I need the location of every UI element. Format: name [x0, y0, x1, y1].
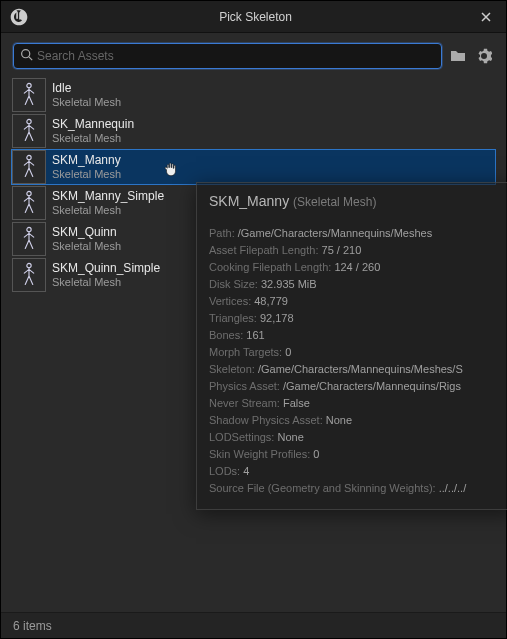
tooltip-value: 92,178: [260, 312, 294, 324]
item-text: SKM_Quinn Skeletal Mesh: [52, 225, 121, 254]
tooltip-row: Cooking Filepath Length: 124 / 260: [209, 259, 503, 276]
tooltip-value: False: [283, 397, 310, 409]
item-text: SKM_Quinn_Simple Skeletal Mesh: [52, 261, 160, 290]
search-icon: [20, 48, 33, 64]
asset-name: SKM_Manny_Simple: [52, 189, 164, 204]
tooltip-value: 75 / 210: [322, 244, 362, 256]
item-text: SKM_Manny_Simple Skeletal Mesh: [52, 189, 164, 218]
tooltip-value: 32.935 MiB: [261, 278, 317, 290]
tooltip-row: LODs: 4: [209, 463, 503, 480]
tooltip-row: Skin Weight Profiles: 0: [209, 446, 503, 463]
tooltip-value: /Game/Characters/Mannequins/Rigs: [283, 380, 461, 392]
tooltip-value: 48,779: [254, 295, 288, 307]
tooltip-row: Bones: 161: [209, 327, 503, 344]
tooltip-value: None: [326, 414, 352, 426]
tooltip-value: 124 / 260: [334, 261, 380, 273]
tooltip-value: 161: [246, 329, 264, 341]
tooltip-key: Shadow Physics Asset:: [209, 414, 323, 426]
tooltip-row: Morph Targets: 0: [209, 344, 503, 361]
tooltip-asset-type: (Skeletal Mesh): [293, 195, 376, 209]
folder-icon: [450, 49, 466, 63]
tooltip-key: Bones:: [209, 329, 243, 341]
asset-type: Skeletal Mesh: [52, 276, 160, 290]
list-item[interactable]: SKM_Manny Skeletal Mesh: [11, 149, 496, 185]
asset-thumbnail: [12, 114, 46, 148]
tooltip-key: Morph Targets:: [209, 346, 282, 358]
asset-type: Skeletal Mesh: [52, 168, 121, 182]
search-field-wrap[interactable]: [13, 43, 442, 69]
tooltip-row: Asset Filepath Length: 75 / 210: [209, 242, 503, 259]
tooltip-row: Vertices: 48,779: [209, 293, 503, 310]
titlebar: Pick Skeleton: [1, 1, 506, 33]
close-icon: [480, 11, 492, 23]
asset-tooltip: SKM_Manny (Skeletal Mesh) Path: /Game/Ch…: [196, 182, 507, 510]
tooltip-asset-name: SKM_Manny: [209, 193, 289, 209]
search-row: [1, 33, 506, 77]
asset-thumbnail: [12, 78, 46, 112]
tooltip-value: /Game/Characters/Mannequins/Meshes: [238, 227, 432, 239]
tooltip-rows: Path: /Game/Characters/Mannequins/Meshes…: [209, 225, 503, 497]
asset-thumbnail: [12, 150, 46, 184]
asset-name: SK_Mannequin: [52, 117, 134, 132]
tooltip-key: Disk Size:: [209, 278, 258, 290]
tooltip-value: ../../../: [439, 482, 467, 494]
item-text: SKM_Manny Skeletal Mesh: [52, 153, 121, 182]
asset-type: Skeletal Mesh: [52, 240, 121, 254]
tooltip-row: LODSettings: None: [209, 429, 503, 446]
search-input[interactable]: [37, 49, 435, 63]
tooltip-key: Asset Filepath Length:: [209, 244, 318, 256]
item-text: SK_Mannequin Skeletal Mesh: [52, 117, 134, 146]
tooltip-key: LODSettings:: [209, 431, 274, 443]
tooltip-key: Skeleton:: [209, 363, 255, 375]
list-item[interactable]: SK_Mannequin Skeletal Mesh: [11, 113, 496, 149]
asset-name: SKM_Manny: [52, 153, 121, 168]
tooltip-row: Source File (Geometry and Skinning Weigh…: [209, 480, 503, 497]
tooltip-key: Source File (Geometry and Skinning Weigh…: [209, 482, 436, 494]
unreal-logo-icon: [9, 7, 29, 27]
tooltip-row: Disk Size: 32.935 MiB: [209, 276, 503, 293]
tooltip-row: Physics Asset: /Game/Characters/Mannequi…: [209, 378, 503, 395]
asset-type: Skeletal Mesh: [52, 204, 164, 218]
gear-icon: [476, 48, 492, 64]
tooltip-row: Triangles: 92,178: [209, 310, 503, 327]
close-button[interactable]: [474, 5, 498, 29]
list-item[interactable]: Idle Skeletal Mesh: [11, 77, 496, 113]
footer: 6 items: [1, 612, 506, 638]
tooltip-key: Path:: [209, 227, 235, 239]
settings-button[interactable]: [474, 46, 494, 66]
asset-name: SKM_Quinn_Simple: [52, 261, 160, 276]
tooltip-row: Never Stream: False: [209, 395, 503, 412]
tooltip-value: None: [277, 431, 303, 443]
tooltip-value: 0: [285, 346, 291, 358]
asset-name: Idle: [52, 81, 121, 96]
tooltip-row: Skeleton: /Game/Characters/Mannequins/Me…: [209, 361, 503, 378]
asset-thumbnail: [12, 222, 46, 256]
tooltip-key: Triangles:: [209, 312, 257, 324]
tooltip-key: LODs:: [209, 465, 240, 477]
asset-type: Skeletal Mesh: [52, 132, 134, 146]
asset-thumbnail: [12, 186, 46, 220]
asset-thumbnail: [12, 258, 46, 292]
tooltip-key: Skin Weight Profiles:: [209, 448, 310, 460]
asset-name: SKM_Quinn: [52, 225, 121, 240]
tooltip-key: Cooking Filepath Length:: [209, 261, 331, 273]
item-count-label: 6 items: [13, 619, 52, 633]
tooltip-key: Physics Asset:: [209, 380, 280, 392]
tooltip-value: 0: [313, 448, 319, 460]
tooltip-value: 4: [243, 465, 249, 477]
asset-type: Skeletal Mesh: [52, 96, 121, 110]
tooltip-title: SKM_Manny (Skeletal Mesh): [209, 193, 503, 211]
tooltip-key: Vertices:: [209, 295, 251, 307]
tooltip-key: Never Stream:: [209, 397, 280, 409]
save-folder-button[interactable]: [448, 46, 468, 66]
tooltip-row: Path: /Game/Characters/Mannequins/Meshes: [209, 225, 503, 242]
svg-point-0: [22, 50, 30, 58]
tooltip-value: /Game/Characters/Mannequins/Meshes/S: [258, 363, 463, 375]
tooltip-row: Shadow Physics Asset: None: [209, 412, 503, 429]
item-text: Idle Skeletal Mesh: [52, 81, 121, 110]
window-title: Pick Skeleton: [37, 10, 474, 24]
